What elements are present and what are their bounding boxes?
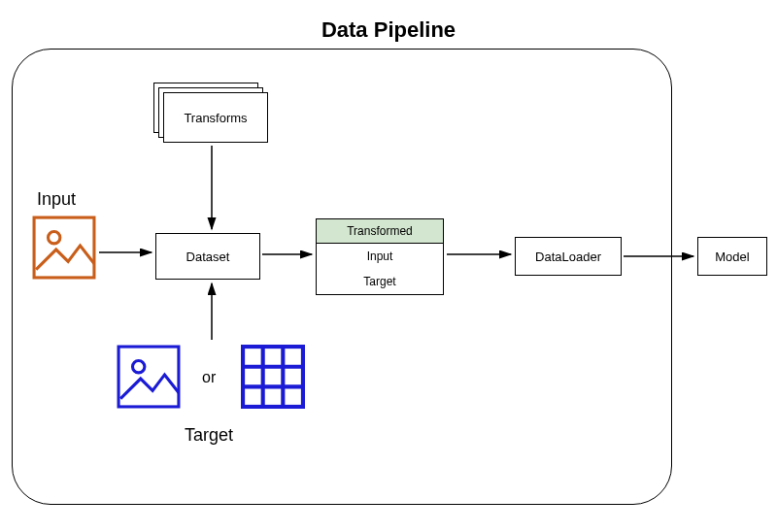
arrow bbox=[0, 0, 777, 532]
